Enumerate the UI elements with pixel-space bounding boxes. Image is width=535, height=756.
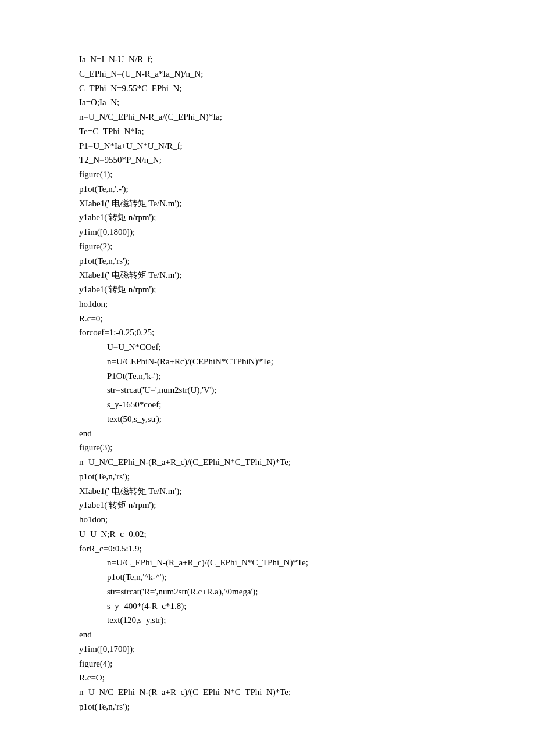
code-line: figure(2); [79,239,535,254]
code-line: p1ot(Te,n,'.-'); [79,182,535,196]
code-line: P1=U_N*Ia+U_N*U_N/R_f; [79,139,535,153]
code-line: n=U/C_EPhi_N-(R_a+R_c)/(C_EPhi_N*C_TPhi_… [79,556,535,570]
code-line: ho1don; [79,513,535,527]
code-line: n=U_N/C_EPhi_N-(R_a+R_c)/(C_EPhi_N*C_TPh… [79,685,535,700]
code-line: n=U_N/C_EPhi_N-(R_a+R_c)/(C_EPhi_N*C_TPh… [79,455,535,470]
code-line: y1im([0,1700]); [79,642,535,657]
code-line: n=U_N/C_EPhi_N-R_a/(C_EPhi_N)*Ia; [79,110,535,124]
code-line: XIabe1(' 电磁转矩 Te/N.m'); [79,196,535,211]
code-line: figure(4); [79,657,535,671]
code-line: p1ot(Te,n,'rs'); [79,254,535,268]
code-line: y1im([0,1800]); [79,225,535,239]
code-line: U=U_N*COef; [79,340,535,354]
code-line: p1ot(Te,n,'^k-^'); [79,570,535,585]
document-page: Ia_N=I_N-U_N/R_f;C_EPhi_N=(U_N-R_a*Ia_N)… [0,0,535,756]
code-line: p1ot(Te,n,'rs'); [79,700,535,714]
code-line: C_EPhi_N=(U_N-R_a*Ia_N)/n_N; [79,67,535,81]
code-line: s_y=400*(4-R_c*1.8); [79,599,535,614]
code-line: R.c=O; [79,671,535,685]
code-listing: Ia_N=I_N-U_N/R_f;C_EPhi_N=(U_N-R_a*Ia_N)… [79,52,535,714]
code-line: p1ot(Te,n,'rs'); [79,470,535,484]
code-line: y1abe1('转矩 n/rpm'); [79,210,535,225]
code-line: Te=C_TPhi_N*Ia; [79,124,535,139]
code-line: n=U/CEPhiN-(Ra+Rc)/(CEPhiN*CTPhiN)*Te; [79,354,535,369]
code-line: y1abe1('转矩 n/rpm'); [79,282,535,297]
code-line: end [79,427,535,441]
code-line: XIabe1(' 电磁转矩 Te/N.m'); [79,484,535,499]
code-line: s_y-1650*coef; [79,397,535,412]
code-line: ho1don; [79,297,535,311]
code-line: U=U_N;R_c=0.02; [79,527,535,542]
code-line: str=strcat('R=',num2str(R.c+R.a),'\0mega… [79,585,535,599]
code-line: str=strcat('U=',num2str(U),'V'); [79,383,535,397]
code-line: forR_c=0:0.5:1.9; [79,542,535,556]
code-line: figure(1); [79,167,535,182]
code-line: end [79,628,535,642]
code-line: P1Ot(Te,n,'k-'); [79,369,535,384]
code-line: y1abe1('转矩 n/rpm'); [79,498,535,513]
code-line: C_TPhi_N=9.55*C_EPhi_N; [79,81,535,96]
code-line: Ia_N=I_N-U_N/R_f; [79,52,535,67]
code-line: forcoef=1:-0.25;0.25; [79,325,535,340]
code-line: T2_N=9550*P_N/n_N; [79,153,535,167]
code-line: text(120,s_y,str); [79,613,535,628]
code-line: figure(3); [79,440,535,455]
code-line: XIabe1(' 电磁转矩 Te/N.m'); [79,268,535,282]
code-line: text(50,s_y,str); [79,412,535,427]
code-line: R.c=0; [79,311,535,326]
code-line: Ia=O;Ia_N; [79,95,535,110]
